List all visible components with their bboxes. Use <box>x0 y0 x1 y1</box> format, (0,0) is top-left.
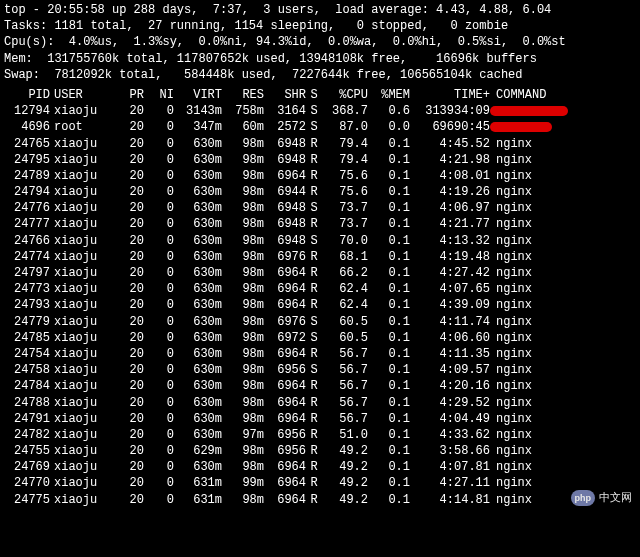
cell-time: 4:06.60 <box>410 330 490 346</box>
cell-user: xiaoju <box>50 378 114 394</box>
cell-res: 98m <box>222 314 264 330</box>
cell-mem: 0.1 <box>368 362 410 378</box>
col-cpu: %CPU <box>322 87 368 103</box>
cell-ni: 0 <box>144 443 174 459</box>
cell-virt: 630m <box>174 168 222 184</box>
cell-time: 4:33.62 <box>410 427 490 443</box>
cell-ni: 0 <box>144 103 174 119</box>
cell-shr: 6964 <box>264 281 306 297</box>
cell-time: 4:39.09 <box>410 297 490 313</box>
cell-shr: 6976 <box>264 314 306 330</box>
cell-ni: 0 <box>144 427 174 443</box>
cell-user: xiaoju <box>50 314 114 330</box>
cell-pr: 20 <box>114 281 144 297</box>
cell-mem: 0.1 <box>368 395 410 411</box>
cell-command: nginx <box>490 152 636 168</box>
col-pr: PR <box>114 87 144 103</box>
cell-cpu: 56.7 <box>322 362 368 378</box>
cell-s: R <box>306 475 322 491</box>
cell-virt: 631m <box>174 475 222 491</box>
cell-pr: 20 <box>114 216 144 232</box>
cell-s: R <box>306 249 322 265</box>
cell-cpu: 60.5 <box>322 314 368 330</box>
cell-time: 4:19.26 <box>410 184 490 200</box>
cell-mem: 0.1 <box>368 233 410 249</box>
cell-user: xiaoju <box>50 411 114 427</box>
cell-res: 98m <box>222 411 264 427</box>
cell-virt: 630m <box>174 459 222 475</box>
process-row: 24777xiaoju200630m98m6948R73.70.14:21.77… <box>4 216 636 232</box>
cell-ni: 0 <box>144 184 174 200</box>
process-row: 24758xiaoju200630m98m6956S56.70.14:09.57… <box>4 362 636 378</box>
cell-mem: 0.1 <box>368 152 410 168</box>
cell-pr: 20 <box>114 200 144 216</box>
cell-shr: 2572 <box>264 119 306 135</box>
cell-pr: 20 <box>114 103 144 119</box>
cell-ni: 0 <box>144 378 174 394</box>
cell-cpu: 56.7 <box>322 378 368 394</box>
cell-cpu: 56.7 <box>322 395 368 411</box>
cell-command: nginx <box>490 427 636 443</box>
cell-res: 98m <box>222 395 264 411</box>
cell-shr: 6964 <box>264 459 306 475</box>
cell-pid: 24779 <box>4 314 50 330</box>
cell-pid: 24754 <box>4 346 50 362</box>
process-header: PID USER PR NI VIRT RES SHR S %CPU %MEM … <box>4 87 636 103</box>
cell-pid: 24776 <box>4 200 50 216</box>
cell-pid: 24773 <box>4 281 50 297</box>
cell-pid: 24765 <box>4 136 50 152</box>
cell-time: 4:21.98 <box>410 152 490 168</box>
cell-shr: 6956 <box>264 443 306 459</box>
cell-pid: 24755 <box>4 443 50 459</box>
cell-command: nginx <box>490 184 636 200</box>
cell-res: 98m <box>222 216 264 232</box>
cell-shr: 6948 <box>264 216 306 232</box>
cell-pr: 20 <box>114 395 144 411</box>
cell-virt: 630m <box>174 265 222 281</box>
cell-command: nginx <box>490 265 636 281</box>
cell-res: 99m <box>222 475 264 491</box>
cell-time: 4:07.81 <box>410 459 490 475</box>
cell-user: xiaoju <box>50 152 114 168</box>
watermark: php 中文网 <box>571 490 633 506</box>
cell-ni: 0 <box>144 119 174 135</box>
cell-user: xiaoju <box>50 459 114 475</box>
process-row: 24795xiaoju200630m98m6948R79.40.14:21.98… <box>4 152 636 168</box>
cell-pid: 24785 <box>4 330 50 346</box>
col-pid: PID <box>4 87 50 103</box>
col-mem: %MEM <box>368 87 410 103</box>
cell-pr: 20 <box>114 475 144 491</box>
cell-pid: 24758 <box>4 362 50 378</box>
cell-shr: 6976 <box>264 249 306 265</box>
cell-cpu: 73.7 <box>322 216 368 232</box>
cell-pr: 20 <box>114 152 144 168</box>
cell-user: xiaoju <box>50 281 114 297</box>
cell-time: 4:04.49 <box>410 411 490 427</box>
cell-s: R <box>306 184 322 200</box>
cell-s: S <box>306 330 322 346</box>
cell-mem: 0.6 <box>368 103 410 119</box>
cell-user: root <box>50 119 114 135</box>
cell-virt: 630m <box>174 297 222 313</box>
cell-res: 98m <box>222 459 264 475</box>
cell-virt: 630m <box>174 362 222 378</box>
cell-user: xiaoju <box>50 184 114 200</box>
cell-mem: 0.1 <box>368 184 410 200</box>
cell-user: xiaoju <box>50 362 114 378</box>
cell-user: xiaoju <box>50 233 114 249</box>
cell-user: xiaoju <box>50 427 114 443</box>
cell-user: xiaoju <box>50 395 114 411</box>
cell-pid: 24784 <box>4 378 50 394</box>
cell-command <box>490 119 636 135</box>
cell-s: R <box>306 395 322 411</box>
cell-ni: 0 <box>144 265 174 281</box>
cell-ni: 0 <box>144 492 174 508</box>
cell-ni: 0 <box>144 136 174 152</box>
cell-ni: 0 <box>144 411 174 427</box>
cell-res: 98m <box>222 265 264 281</box>
cell-virt: 630m <box>174 184 222 200</box>
col-shr: SHR <box>264 87 306 103</box>
process-row: 24782xiaoju200630m97m6956R51.00.14:33.62… <box>4 427 636 443</box>
cell-shr: 6964 <box>264 492 306 508</box>
cell-time: 4:08.01 <box>410 168 490 184</box>
